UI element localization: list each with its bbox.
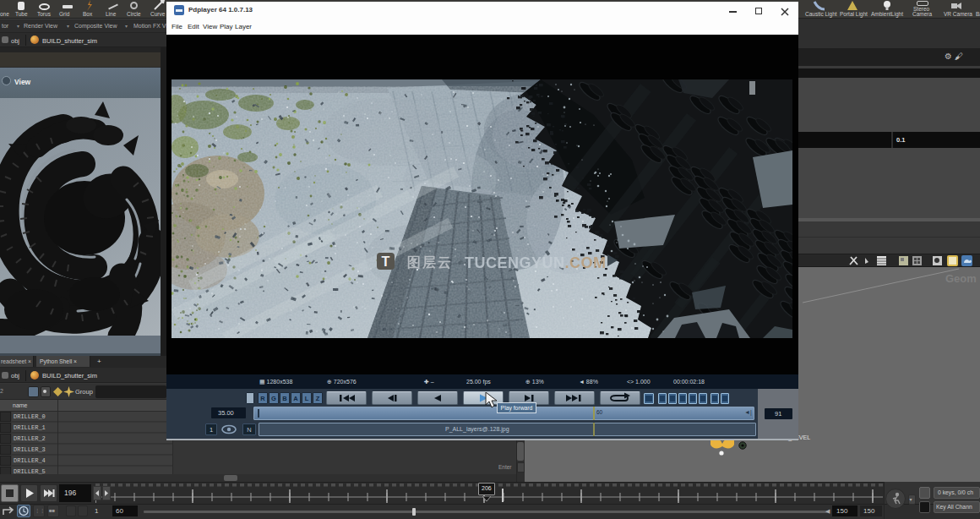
svg-text:图层云: 图层云 xyxy=(407,255,453,270)
svg-text:TUCENGYUN.COM: TUCENGYUN.COM xyxy=(465,254,607,271)
svg-text:T: T xyxy=(382,254,390,269)
